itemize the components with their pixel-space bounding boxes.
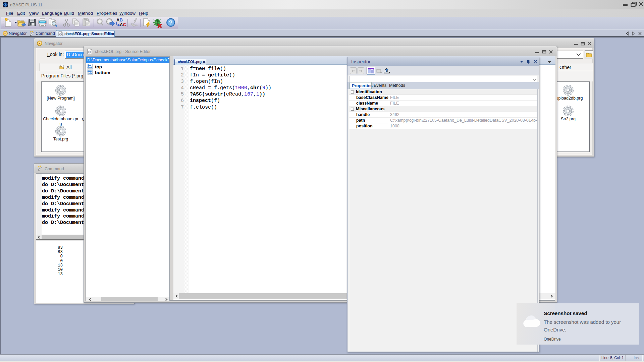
svg-text:?: ? xyxy=(169,19,172,26)
